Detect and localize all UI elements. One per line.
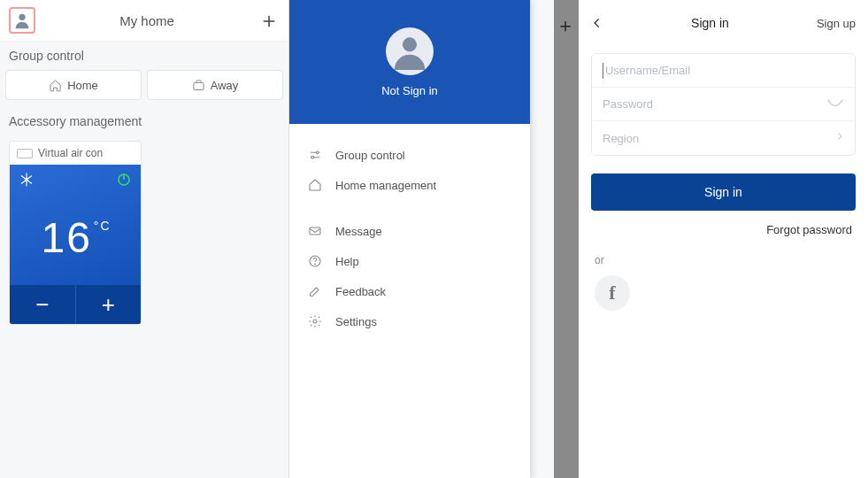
signin-header: Sign in Sign up xyxy=(579,5,868,41)
drawer-panel: ＋ Not Sign in Group control Home managem… xyxy=(289,0,579,478)
group-control-heading: Group control xyxy=(0,42,288,70)
device-title-row: Virtual air con xyxy=(10,142,141,165)
accessory-heading: Accessory management xyxy=(0,107,288,135)
home-mode-button[interactable]: Home xyxy=(5,70,142,100)
username-field[interactable] xyxy=(592,54,855,88)
menu-help[interactable]: Help xyxy=(289,246,530,276)
signin-title: Sign in xyxy=(603,16,817,30)
show-password-icon[interactable] xyxy=(826,97,844,111)
device-body: 16°C − + xyxy=(10,165,141,324)
region-input[interactable] xyxy=(603,132,835,145)
svg-point-5 xyxy=(316,151,319,154)
menu-label: Help xyxy=(335,255,359,268)
temperature-value: 16 xyxy=(41,214,91,261)
briefcase-icon xyxy=(192,79,205,92)
mode-cool-icon xyxy=(19,172,35,190)
menu-settings[interactable]: Settings xyxy=(289,306,530,336)
svg-point-9 xyxy=(315,264,316,265)
password-field[interactable] xyxy=(592,88,855,121)
menu-feedback[interactable]: Feedback xyxy=(289,276,530,306)
device-name: Virtual air con xyxy=(38,147,103,159)
group-control-row: Home Away xyxy=(0,70,288,107)
back-button[interactable] xyxy=(591,13,603,34)
signin-form xyxy=(591,53,856,156)
svg-rect-1 xyxy=(194,82,204,89)
edit-icon xyxy=(307,284,323,298)
temperature-display: 16°C xyxy=(10,213,141,262)
password-input[interactable] xyxy=(603,97,826,111)
sliders-icon xyxy=(307,148,323,162)
help-icon xyxy=(307,254,323,268)
profile-avatar-button[interactable] xyxy=(9,7,35,34)
power-button[interactable] xyxy=(116,172,132,190)
away-mode-label: Away xyxy=(211,79,239,92)
device-card[interactable]: Virtual air con 16°C − + xyxy=(9,141,142,325)
menu-group-control[interactable]: Group control xyxy=(289,140,530,170)
temp-up-button[interactable]: + xyxy=(76,285,142,324)
home-icon xyxy=(307,178,323,192)
or-divider: or xyxy=(579,236,868,275)
chevron-left-icon xyxy=(591,17,603,29)
drawer-menu: Group control Home management Message He… xyxy=(289,124,530,352)
svg-point-10 xyxy=(313,320,317,323)
mail-icon xyxy=(307,224,323,238)
menu-label: Settings xyxy=(335,315,377,328)
sign-in-status: Not Sign in xyxy=(381,84,438,97)
person-icon xyxy=(389,31,430,72)
signup-link[interactable]: Sign up xyxy=(817,17,856,30)
device-type-icon xyxy=(17,149,33,158)
signin-button[interactable]: Sign in xyxy=(591,173,856,211)
away-mode-button[interactable]: Away xyxy=(147,70,283,100)
menu-label: Home management xyxy=(335,179,436,192)
temperature-controls: − + xyxy=(10,285,141,324)
facebook-login-button[interactable]: f xyxy=(595,275,630,311)
temperature-unit: °C xyxy=(94,219,111,233)
drawer-header[interactable]: Not Sign in xyxy=(289,0,530,124)
person-icon xyxy=(12,11,32,30)
facebook-icon: f xyxy=(609,281,615,305)
add-device-button[interactable]: ＋ xyxy=(258,6,280,35)
svg-point-4 xyxy=(403,37,417,51)
menu-label: Message xyxy=(335,225,382,238)
menu-home-management[interactable]: Home management xyxy=(289,170,530,200)
menu-label: Feedback xyxy=(335,285,386,298)
menu-label: Group control xyxy=(335,149,405,162)
forgot-password-link[interactable]: Forgot password xyxy=(579,211,868,236)
home-mode-label: Home xyxy=(67,79,98,92)
home-title: My home xyxy=(119,13,174,28)
drawer-scrim[interactable]: ＋ xyxy=(554,0,579,478)
svg-point-2 xyxy=(26,179,27,181)
drawer-avatar xyxy=(386,27,434,75)
svg-rect-7 xyxy=(310,227,320,235)
temp-down-button[interactable]: − xyxy=(10,285,76,324)
signin-button-label: Sign in xyxy=(704,185,742,199)
home-panel: My home ＋ Group control Home Away Access… xyxy=(0,0,289,478)
chevron-right-icon xyxy=(835,130,844,146)
home-header: My home ＋ xyxy=(0,0,288,42)
menu-message[interactable]: Message xyxy=(289,216,530,246)
side-drawer: Not Sign in Group control Home managemen… xyxy=(289,0,530,478)
svg-point-0 xyxy=(19,14,25,20)
region-field[interactable] xyxy=(592,121,855,155)
gear-icon xyxy=(307,314,323,328)
text-cursor xyxy=(603,63,603,79)
home-icon xyxy=(49,79,62,92)
add-button-behind: ＋ xyxy=(556,12,575,39)
username-input[interactable] xyxy=(605,64,844,77)
signin-panel: Sign in Sign up Sign in Forgot password … xyxy=(579,0,868,478)
svg-point-6 xyxy=(311,156,314,158)
